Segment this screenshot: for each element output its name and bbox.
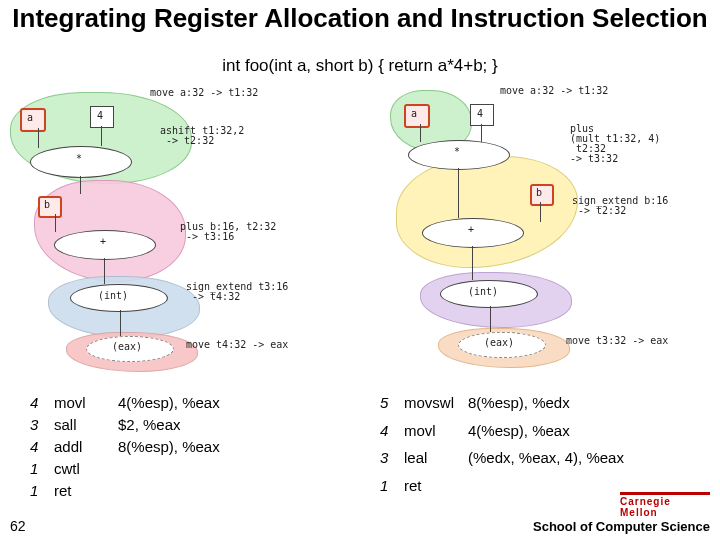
anno-move-a-r: move a:32 -> t1:32 — [500, 86, 608, 96]
slide-title: Integrating Register Allocation and Inst… — [0, 0, 720, 34]
code-snippet: int foo(int a, short b) { return a*4+b; … — [0, 56, 720, 76]
table-row: 1ret — [380, 477, 624, 505]
slide-number: 62 — [10, 518, 26, 534]
anno-signext-l: sign_extend t3:16 -> t4:32 — [186, 282, 288, 302]
lbl-int-r: (int) — [468, 287, 498, 297]
lbl-plus-l: + — [100, 237, 106, 247]
lbl-b-l: b — [44, 200, 50, 210]
anno-ashift: ashift t1:32,2 -> t2:32 — [160, 126, 244, 146]
lbl-int-l: (int) — [98, 291, 128, 301]
right-listing: 5movswl8(%esp), %edx 4movl4(%esp), %eax … — [380, 394, 700, 504]
table-row: 5movswl8(%esp), %edx — [380, 394, 624, 422]
lbl-eax-l: (eax) — [112, 342, 142, 352]
table-row: 4movl4(%esp), %eax — [380, 422, 624, 450]
anno-move-a-l: move a:32 -> t1:32 — [150, 88, 258, 98]
anno-plus-b: plus b:16, t2:32 -> t3:16 — [180, 222, 276, 242]
cmu-logo: Carnegie Mellon — [620, 492, 710, 516]
lbl-b-r: b — [536, 188, 542, 198]
table-row: 1ret — [30, 482, 220, 504]
footer-text: School of Computer Science — [533, 519, 710, 534]
lbl-plus-r: + — [468, 225, 474, 235]
lbl-4-r: 4 — [477, 109, 483, 119]
lbl-star-l: * — [76, 154, 82, 164]
lbl-eax-r: (eax) — [484, 338, 514, 348]
anno-move-t4: move t4:32 -> eax — [186, 340, 288, 350]
table-row: 3leal(%edx, %eax, 4), %eax — [380, 449, 624, 477]
right-diagram: a 4 * b + (int) (eax) move a:32 -> t1:32… — [360, 84, 720, 378]
left-listing: 4movl4(%esp), %eax 3sall$2, %eax 4addl8(… — [30, 394, 350, 504]
left-diagram: a 4 * b + (int) (eax) — [0, 84, 360, 378]
table-row: 4addl8(%esp), %eax — [30, 438, 220, 460]
table-row: 1cwtl — [30, 460, 220, 482]
table-row: 3sall$2, %eax — [30, 416, 220, 438]
logo-text: Carnegie Mellon — [620, 492, 710, 518]
lbl-a-r: a — [411, 109, 417, 119]
lbl-4: 4 — [97, 111, 103, 121]
listings: 4movl4(%esp), %eax 3sall$2, %eax 4addl8(… — [0, 394, 720, 504]
anno-plus-r: plus (mult t1:32, 4) t2:32 -> t3:32 — [570, 124, 660, 164]
anno-move-t3: move t3:32 -> eax — [566, 336, 668, 346]
lbl-star-r: * — [454, 147, 460, 157]
table-row: 4movl4(%esp), %eax — [30, 394, 220, 416]
diagrams-row: a 4 * b + (int) (eax) — [0, 84, 720, 378]
anno-signext-r: sign_extend b:16 -> t2:32 — [572, 196, 668, 216]
lbl-a: a — [27, 113, 33, 123]
